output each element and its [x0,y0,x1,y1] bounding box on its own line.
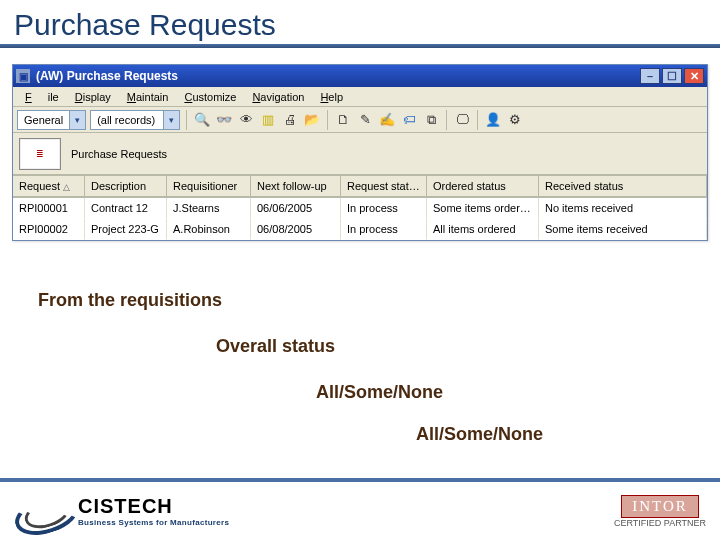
logo-brand-text: CISTECH [78,495,229,518]
user-icon[interactable]: 👤 [484,111,502,129]
find-icon[interactable]: 🔍 [193,111,211,129]
binoculars-icon[interactable]: 👓 [215,111,233,129]
cell: In process [341,198,427,219]
print-icon[interactable]: 🖨 [281,111,299,129]
edit-icon[interactable]: ✎ [356,111,374,129]
cell: A.Robinson [167,219,251,240]
sort-asc-icon: △ [63,182,70,192]
toolbar-separator [446,110,447,130]
menu-display[interactable]: Display [67,89,119,105]
partner-line: CERTIFIED PARTNER [614,518,706,528]
slide-title: Purchase Requests [0,0,720,44]
toolbar-separator [186,110,187,130]
cistech-logo: CISTECH Business Systems for Manufacture… [14,495,229,527]
filter-combo[interactable]: (all records) ▾ [90,110,180,130]
menu-file[interactable]: File [17,89,67,105]
window-title: (AW) Purchase Requests [36,69,178,83]
copy-icon[interactable]: ⧉ [422,111,440,129]
col-request-status[interactable]: Request status [341,176,427,198]
menubar: File Display Maintain Customize Navigati… [13,87,707,107]
toolbar-separator [327,110,328,130]
data-grid: Request△ Description Requisitioner Next … [13,175,707,240]
cell: RPI00002 [13,219,85,240]
note-icon[interactable]: ▥ [259,111,277,129]
cell: Project 223-G [85,219,167,240]
tabstrip: ≣ Purchase Requests [13,133,707,175]
close-button[interactable]: ✕ [684,68,704,84]
annotation-requisitions: From the requisitions [38,290,222,311]
sign-icon[interactable]: ✍ [378,111,396,129]
partner-badge: INTOR CERTIFIED PARTNER [614,495,706,528]
menu-navigation[interactable]: Navigation [244,89,312,105]
col-received-status[interactable]: Received status [539,176,707,198]
col-request[interactable]: Request△ [13,176,85,198]
screen-icon[interactable]: 🖵 [453,111,471,129]
col-next-followup[interactable]: Next follow-up [251,176,341,198]
menu-maintain[interactable]: Maintain [119,89,177,105]
annotation-all-some-none-2: All/Some/None [416,424,543,445]
logo-tagline: Business Systems for Manufacturers [78,518,229,527]
minimize-button[interactable]: – [640,68,660,84]
grid-header: Request△ Description Requisitioner Next … [13,176,707,198]
toolbar-separator [477,110,478,130]
col-requisitioner[interactable]: Requisitioner [167,176,251,198]
maximize-button[interactable]: ☐ [662,68,682,84]
glasses-icon[interactable]: 👁 [237,111,255,129]
tab-label[interactable]: Purchase Requests [71,148,167,160]
title-underline [0,44,720,48]
table-row[interactable]: RPI00001 Contract 12 J.Stearns 06/06/200… [13,198,707,219]
cell: RPI00001 [13,198,85,219]
cell: 06/06/2005 [251,198,341,219]
menu-customize[interactable]: Customize [176,89,244,105]
gear-icon[interactable]: ⚙ [506,111,524,129]
chevron-down-icon[interactable]: ▾ [163,111,179,129]
cell: No items received [539,198,707,219]
filter-combo-value: (all records) [91,114,163,126]
view-combo-value: General [18,114,69,126]
chevron-down-icon[interactable]: ▾ [69,111,85,129]
app-window: ▣ (AW) Purchase Requests – ☐ ✕ File Disp… [12,64,708,241]
col-description[interactable]: Description [85,176,167,198]
cell: All items ordered [427,219,539,240]
partner-brand-text: INTOR [621,495,699,518]
cell: Some items received [539,219,707,240]
cell: 06/08/2005 [251,219,341,240]
menu-help[interactable]: Help [312,89,351,105]
view-combo[interactable]: General ▾ [17,110,86,130]
logo-swoosh-icon [14,495,72,527]
open-icon[interactable]: 📂 [303,111,321,129]
cell: In process [341,219,427,240]
toolbar: General ▾ (all records) ▾ 🔍 👓 👁 ▥ 🖨 📂 🗋 … [13,107,707,133]
slide-footer: CISTECH Business Systems for Manufacture… [0,478,720,540]
cell: Some items ordered [427,198,539,219]
tab-card-icon[interactable]: ≣ [19,138,61,170]
tag-icon[interactable]: 🏷 [400,111,418,129]
annotation-all-some-none-1: All/Some/None [316,382,443,403]
new-icon[interactable]: 🗋 [334,111,352,129]
table-row[interactable]: RPI00002 Project 223-G A.Robinson 06/08/… [13,219,707,240]
titlebar: ▣ (AW) Purchase Requests – ☐ ✕ [13,65,707,87]
cell: J.Stearns [167,198,251,219]
annotation-overall-status: Overall status [216,336,335,357]
col-ordered-status[interactable]: Ordered status [427,176,539,198]
cell: Contract 12 [85,198,167,219]
app-system-icon: ▣ [16,69,30,83]
